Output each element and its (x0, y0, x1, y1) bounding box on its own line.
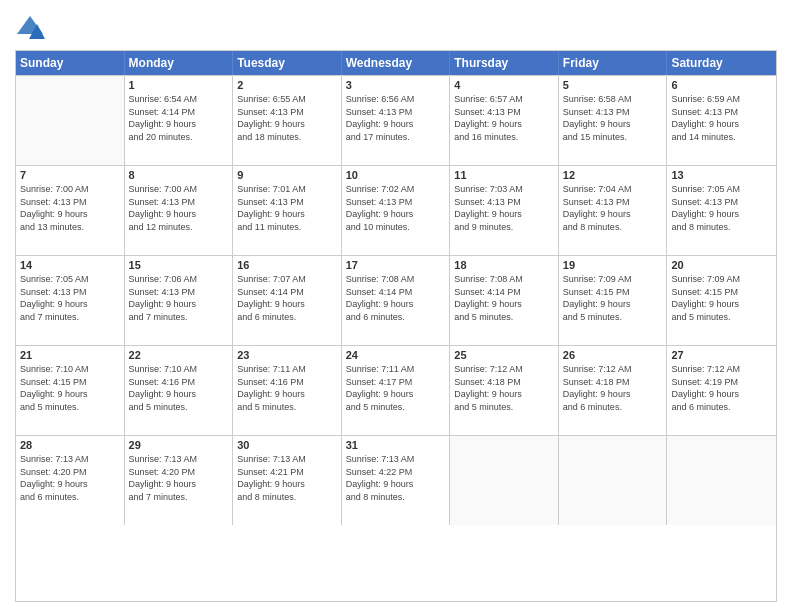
day-number: 18 (454, 259, 554, 271)
day-info: Sunrise: 7:10 AM Sunset: 4:16 PM Dayligh… (129, 363, 229, 413)
calendar-cell: 25Sunrise: 7:12 AM Sunset: 4:18 PM Dayli… (450, 346, 559, 435)
calendar-row: 21Sunrise: 7:10 AM Sunset: 4:15 PM Dayli… (16, 345, 776, 435)
day-number: 31 (346, 439, 446, 451)
day-number: 19 (563, 259, 663, 271)
day-info: Sunrise: 7:12 AM Sunset: 4:18 PM Dayligh… (454, 363, 554, 413)
calendar-cell: 16Sunrise: 7:07 AM Sunset: 4:14 PM Dayli… (233, 256, 342, 345)
day-number: 12 (563, 169, 663, 181)
day-number: 3 (346, 79, 446, 91)
calendar-cell: 4Sunrise: 6:57 AM Sunset: 4:13 PM Daylig… (450, 76, 559, 165)
day-number: 26 (563, 349, 663, 361)
calendar: SundayMondayTuesdayWednesdayThursdayFrid… (15, 50, 777, 602)
day-info: Sunrise: 7:03 AM Sunset: 4:13 PM Dayligh… (454, 183, 554, 233)
logo-icon (15, 14, 45, 44)
calendar-cell: 12Sunrise: 7:04 AM Sunset: 4:13 PM Dayli… (559, 166, 668, 255)
day-info: Sunrise: 7:01 AM Sunset: 4:13 PM Dayligh… (237, 183, 337, 233)
calendar-row: 28Sunrise: 7:13 AM Sunset: 4:20 PM Dayli… (16, 435, 776, 525)
weekday-header: Thursday (450, 51, 559, 75)
day-number: 10 (346, 169, 446, 181)
day-number: 23 (237, 349, 337, 361)
calendar-row: 1Sunrise: 6:54 AM Sunset: 4:14 PM Daylig… (16, 75, 776, 165)
calendar-row: 14Sunrise: 7:05 AM Sunset: 4:13 PM Dayli… (16, 255, 776, 345)
day-number: 11 (454, 169, 554, 181)
calendar-cell: 1Sunrise: 6:54 AM Sunset: 4:14 PM Daylig… (125, 76, 234, 165)
day-info: Sunrise: 7:08 AM Sunset: 4:14 PM Dayligh… (454, 273, 554, 323)
calendar-cell: 20Sunrise: 7:09 AM Sunset: 4:15 PM Dayli… (667, 256, 776, 345)
calendar-cell: 2Sunrise: 6:55 AM Sunset: 4:13 PM Daylig… (233, 76, 342, 165)
day-number: 1 (129, 79, 229, 91)
calendar-cell (16, 76, 125, 165)
calendar-cell: 27Sunrise: 7:12 AM Sunset: 4:19 PM Dayli… (667, 346, 776, 435)
day-number: 29 (129, 439, 229, 451)
day-info: Sunrise: 7:12 AM Sunset: 4:19 PM Dayligh… (671, 363, 772, 413)
day-info: Sunrise: 6:56 AM Sunset: 4:13 PM Dayligh… (346, 93, 446, 143)
day-number: 6 (671, 79, 772, 91)
day-info: Sunrise: 7:08 AM Sunset: 4:14 PM Dayligh… (346, 273, 446, 323)
header (15, 10, 777, 44)
calendar-cell: 29Sunrise: 7:13 AM Sunset: 4:20 PM Dayli… (125, 436, 234, 525)
calendar-cell: 31Sunrise: 7:13 AM Sunset: 4:22 PM Dayli… (342, 436, 451, 525)
calendar-header: SundayMondayTuesdayWednesdayThursdayFrid… (16, 51, 776, 75)
page: SundayMondayTuesdayWednesdayThursdayFrid… (0, 0, 792, 612)
calendar-cell: 9Sunrise: 7:01 AM Sunset: 4:13 PM Daylig… (233, 166, 342, 255)
day-number: 25 (454, 349, 554, 361)
day-number: 8 (129, 169, 229, 181)
weekday-header: Saturday (667, 51, 776, 75)
day-info: Sunrise: 7:05 AM Sunset: 4:13 PM Dayligh… (671, 183, 772, 233)
calendar-cell: 11Sunrise: 7:03 AM Sunset: 4:13 PM Dayli… (450, 166, 559, 255)
calendar-cell: 22Sunrise: 7:10 AM Sunset: 4:16 PM Dayli… (125, 346, 234, 435)
day-number: 14 (20, 259, 120, 271)
calendar-cell: 15Sunrise: 7:06 AM Sunset: 4:13 PM Dayli… (125, 256, 234, 345)
day-number: 27 (671, 349, 772, 361)
calendar-cell (450, 436, 559, 525)
weekday-header: Wednesday (342, 51, 451, 75)
weekday-header: Sunday (16, 51, 125, 75)
day-info: Sunrise: 7:13 AM Sunset: 4:21 PM Dayligh… (237, 453, 337, 503)
day-info: Sunrise: 7:11 AM Sunset: 4:17 PM Dayligh… (346, 363, 446, 413)
calendar-cell: 3Sunrise: 6:56 AM Sunset: 4:13 PM Daylig… (342, 76, 451, 165)
calendar-row: 7Sunrise: 7:00 AM Sunset: 4:13 PM Daylig… (16, 165, 776, 255)
day-number: 16 (237, 259, 337, 271)
weekday-header: Friday (559, 51, 668, 75)
calendar-cell: 28Sunrise: 7:13 AM Sunset: 4:20 PM Dayli… (16, 436, 125, 525)
day-number: 20 (671, 259, 772, 271)
day-info: Sunrise: 6:58 AM Sunset: 4:13 PM Dayligh… (563, 93, 663, 143)
day-info: Sunrise: 7:02 AM Sunset: 4:13 PM Dayligh… (346, 183, 446, 233)
calendar-body: 1Sunrise: 6:54 AM Sunset: 4:14 PM Daylig… (16, 75, 776, 525)
calendar-cell: 26Sunrise: 7:12 AM Sunset: 4:18 PM Dayli… (559, 346, 668, 435)
day-info: Sunrise: 6:59 AM Sunset: 4:13 PM Dayligh… (671, 93, 772, 143)
calendar-cell (667, 436, 776, 525)
day-info: Sunrise: 6:55 AM Sunset: 4:13 PM Dayligh… (237, 93, 337, 143)
day-info: Sunrise: 7:13 AM Sunset: 4:22 PM Dayligh… (346, 453, 446, 503)
day-number: 4 (454, 79, 554, 91)
day-info: Sunrise: 7:13 AM Sunset: 4:20 PM Dayligh… (20, 453, 120, 503)
calendar-cell: 13Sunrise: 7:05 AM Sunset: 4:13 PM Dayli… (667, 166, 776, 255)
calendar-cell: 14Sunrise: 7:05 AM Sunset: 4:13 PM Dayli… (16, 256, 125, 345)
weekday-header: Tuesday (233, 51, 342, 75)
calendar-cell: 19Sunrise: 7:09 AM Sunset: 4:15 PM Dayli… (559, 256, 668, 345)
calendar-cell: 8Sunrise: 7:00 AM Sunset: 4:13 PM Daylig… (125, 166, 234, 255)
weekday-header: Monday (125, 51, 234, 75)
day-info: Sunrise: 7:04 AM Sunset: 4:13 PM Dayligh… (563, 183, 663, 233)
calendar-cell: 7Sunrise: 7:00 AM Sunset: 4:13 PM Daylig… (16, 166, 125, 255)
day-number: 15 (129, 259, 229, 271)
day-info: Sunrise: 6:57 AM Sunset: 4:13 PM Dayligh… (454, 93, 554, 143)
calendar-cell: 17Sunrise: 7:08 AM Sunset: 4:14 PM Dayli… (342, 256, 451, 345)
day-number: 9 (237, 169, 337, 181)
day-number: 21 (20, 349, 120, 361)
day-number: 22 (129, 349, 229, 361)
day-info: Sunrise: 6:54 AM Sunset: 4:14 PM Dayligh… (129, 93, 229, 143)
day-info: Sunrise: 7:12 AM Sunset: 4:18 PM Dayligh… (563, 363, 663, 413)
calendar-cell: 30Sunrise: 7:13 AM Sunset: 4:21 PM Dayli… (233, 436, 342, 525)
calendar-cell: 6Sunrise: 6:59 AM Sunset: 4:13 PM Daylig… (667, 76, 776, 165)
day-info: Sunrise: 7:10 AM Sunset: 4:15 PM Dayligh… (20, 363, 120, 413)
day-info: Sunrise: 7:06 AM Sunset: 4:13 PM Dayligh… (129, 273, 229, 323)
day-number: 17 (346, 259, 446, 271)
day-info: Sunrise: 7:00 AM Sunset: 4:13 PM Dayligh… (129, 183, 229, 233)
day-number: 30 (237, 439, 337, 451)
day-number: 5 (563, 79, 663, 91)
day-info: Sunrise: 7:07 AM Sunset: 4:14 PM Dayligh… (237, 273, 337, 323)
calendar-cell: 23Sunrise: 7:11 AM Sunset: 4:16 PM Dayli… (233, 346, 342, 435)
calendar-cell: 18Sunrise: 7:08 AM Sunset: 4:14 PM Dayli… (450, 256, 559, 345)
day-info: Sunrise: 7:11 AM Sunset: 4:16 PM Dayligh… (237, 363, 337, 413)
